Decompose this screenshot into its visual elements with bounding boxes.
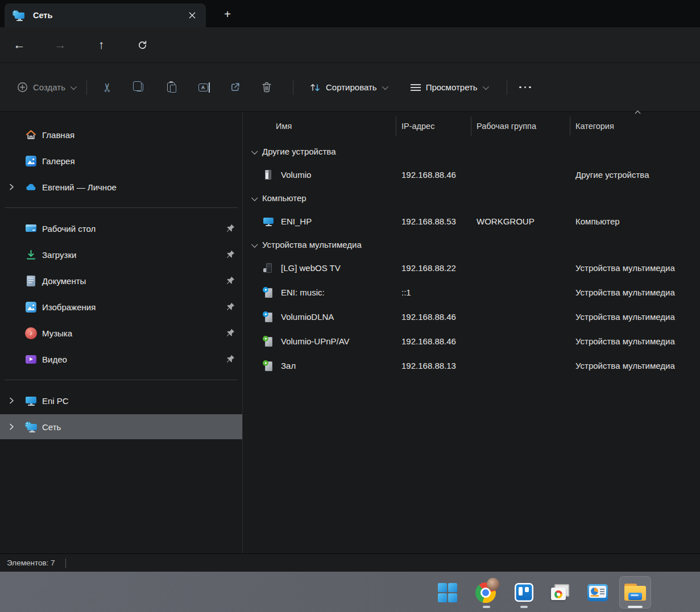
column-header-name[interactable]: Имя <box>243 112 396 140</box>
new-tab-button[interactable]: + <box>218 6 237 23</box>
column-header-category[interactable]: Категория <box>570 112 700 140</box>
sidebar-item-pictures[interactable]: Изображения <box>0 294 242 319</box>
pin-icon[interactable] <box>225 249 235 260</box>
taskbar-chrome-apps[interactable] <box>545 576 577 609</box>
expand-chevron-icon[interactable] <box>6 184 17 190</box>
taskbar-trello[interactable] <box>508 576 540 609</box>
sidebar-item-label: Главная <box>42 130 74 140</box>
pin-icon[interactable] <box>225 302 235 312</box>
device-row-lg-webos-tv[interactable]: [LG] webOS TV 192.168.88.22 Устройства м… <box>243 256 700 280</box>
control-panel-icon <box>587 584 608 601</box>
tab-strip: Сеть + <box>0 0 700 27</box>
share-button[interactable] <box>219 75 251 100</box>
music-icon: ♪ <box>25 327 37 339</box>
back-button[interactable]: ← <box>8 35 31 55</box>
forward-button[interactable]: → <box>49 35 72 55</box>
chrome-icon <box>475 582 496 603</box>
sidebar-item-desktop[interactable]: Рабочий стол <box>0 216 242 241</box>
sort-button[interactable]: Сортировать <box>303 75 394 100</box>
home-icon <box>25 129 37 141</box>
device-row-volumiodlna[interactable]: VolumioDLNA 192.168.88.46 Устройства мул… <box>243 305 700 329</box>
toolbar-separator <box>86 80 87 95</box>
pin-icon[interactable] <box>225 223 235 234</box>
copy-icon <box>136 83 143 91</box>
sidebar-item-music[interactable]: ♪ Музыка <box>0 320 242 345</box>
group-header-other-devices[interactable]: Другие устройства <box>243 140 700 163</box>
delete-button[interactable] <box>251 75 283 100</box>
sidebar-item-home[interactable]: Главная <box>0 122 242 147</box>
documents-icon <box>25 275 37 287</box>
rename-button[interactable]: A <box>187 75 219 100</box>
column-headers: Имя IP-адрес Рабочая группа Категория <box>243 112 700 140</box>
desktop-icon <box>25 223 37 235</box>
computer-icon <box>263 216 274 227</box>
device-row-zal[interactable]: Зал 192.168.88.13 Устройства мультимедиа <box>243 353 700 378</box>
media-device-icon <box>263 360 274 372</box>
sort-button-label: Сортировать <box>326 82 377 92</box>
plus-circle-icon <box>17 82 28 93</box>
more-options-button[interactable] <box>512 75 539 100</box>
sidebar-item-label: Документы <box>42 276 86 286</box>
view-button[interactable]: Просмотреть <box>404 75 494 100</box>
network-icon <box>13 10 25 21</box>
up-button[interactable]: ↑ <box>90 35 113 55</box>
sidebar-item-network[interactable]: Сеть <box>0 414 242 439</box>
column-header-ip[interactable]: IP-адрес <box>396 112 471 140</box>
toolbar-separator <box>507 80 507 95</box>
device-row-volumio[interactable]: Volumio 192.168.88.46 Другие устройства <box>243 163 700 187</box>
copy-button[interactable] <box>123 75 155 100</box>
navigation-bar: ← → ↑ › Сеть › <box>0 27 700 63</box>
sidebar-item-label: Изображения <box>42 302 96 312</box>
sort-icon <box>309 82 321 93</box>
taskbar-chrome[interactable] <box>470 576 502 609</box>
refresh-icon <box>137 40 148 51</box>
pictures-icon <box>25 301 37 313</box>
paste-button[interactable] <box>155 75 187 100</box>
chrome-apps-icon <box>551 584 570 601</box>
device-row-eni-hp[interactable]: ENI_HP 192.168.88.53 WORKGROUP Компьютер <box>243 209 700 234</box>
expand-chevron-icon[interactable] <box>6 397 17 404</box>
expand-chevron-icon[interactable] <box>6 423 17 430</box>
sidebar-item-eni-pc[interactable]: Eni PC <box>0 388 242 413</box>
new-button[interactable]: Создать <box>10 75 82 100</box>
taskbar-control-panel[interactable] <box>582 576 614 609</box>
new-button-label: Создать <box>33 82 65 92</box>
pin-icon[interactable] <box>225 354 235 364</box>
file-explorer-icon <box>624 584 646 602</box>
videos-icon <box>25 353 37 365</box>
tab-network[interactable]: Сеть <box>5 3 206 27</box>
sidebar-item-label: Галерея <box>42 156 75 166</box>
collapse-chevron-icon <box>251 241 258 247</box>
group-header-media-devices[interactable]: Устройства мультимедиа <box>243 234 700 256</box>
content-area: Главная Галерея Евгений — Личное <box>0 112 700 553</box>
start-button[interactable] <box>432 576 463 609</box>
sidebar-item-label: Евгений — Личное <box>42 182 117 192</box>
device-row-volumio-upnp[interactable]: Volumio-UPnP/AV 192.168.88.46 Устройства… <box>243 329 700 353</box>
media-device-icon <box>263 287 274 298</box>
sidebar-item-label: Сеть <box>42 422 61 432</box>
refresh-button[interactable] <box>131 35 154 55</box>
device-row-eni-music[interactable]: ENI: music: ::1 Устройства мультимедиа <box>243 280 700 305</box>
command-toolbar: Создать ✂ A Сортировать <box>0 63 700 112</box>
file-explorer-window: Сеть + ← → ↑ › Сеть › <box>0 0 700 572</box>
cut-button[interactable]: ✂ <box>92 75 123 100</box>
group-header-computer[interactable]: Компьютер <box>243 187 700 209</box>
sidebar-item-onedrive[interactable]: Евгений — Личное <box>0 174 242 199</box>
sidebar-item-downloads[interactable]: Загрузки <box>0 242 242 267</box>
media-device-icon <box>263 311 274 323</box>
collapse-chevron-icon <box>251 148 258 154</box>
sidebar-item-documents[interactable]: Документы <box>0 268 242 293</box>
status-bar: Элементов: 7 <box>0 553 700 572</box>
running-indicator <box>520 606 528 608</box>
pin-icon[interactable] <box>225 328 235 338</box>
column-header-workgroup[interactable]: Рабочая группа <box>471 112 570 140</box>
tab-close-button[interactable] <box>184 7 200 23</box>
taskbar-file-explorer[interactable] <box>619 576 651 609</box>
items-count: Элементов: 7 <box>7 559 55 567</box>
sidebar-item-gallery[interactable]: Галерея <box>0 148 242 173</box>
pin-icon[interactable] <box>225 276 235 286</box>
chevron-down-icon <box>482 83 488 89</box>
media-device-icon <box>263 336 274 347</box>
sidebar-item-videos[interactable]: Видео <box>0 347 242 372</box>
downloads-icon <box>25 249 37 261</box>
